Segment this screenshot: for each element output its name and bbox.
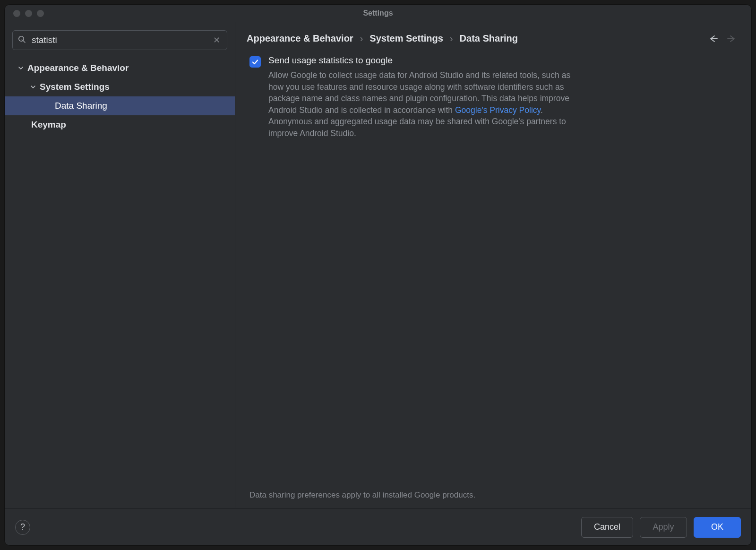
- tree-node-system-settings[interactable]: System Settings: [5, 77, 235, 96]
- ok-button[interactable]: OK: [694, 517, 741, 538]
- option-label[interactable]: Send usage statistics to google: [268, 55, 580, 66]
- nav-buttons: [708, 34, 740, 43]
- chevron-down-icon: [17, 65, 25, 71]
- apply-button: Apply: [640, 517, 687, 538]
- help-button[interactable]: ?: [15, 520, 30, 535]
- window-title: Settings: [5, 9, 751, 17]
- main-panel: Appearance & Behavior › System Settings …: [235, 22, 751, 508]
- tree-label: Appearance & Behavior: [27, 63, 129, 73]
- breadcrumb-item[interactable]: Appearance & Behavior: [247, 33, 353, 44]
- search-container: ✕: [5, 30, 235, 56]
- breadcrumb-separator: ›: [360, 33, 363, 44]
- minimize-window-button[interactable]: [25, 10, 32, 17]
- sidebar: ✕ Appearance & Behavior System Settings: [5, 22, 235, 508]
- option-send-statistics: Send usage statistics to google Allow Go…: [249, 55, 737, 139]
- search-input[interactable]: [32, 35, 207, 45]
- send-statistics-checkbox[interactable]: [249, 56, 261, 68]
- tree-node-appearance-behavior[interactable]: Appearance & Behavior: [5, 59, 235, 77]
- tree-label: System Settings: [40, 82, 110, 92]
- window-controls: [5, 10, 44, 17]
- breadcrumb: Appearance & Behavior › System Settings …: [247, 33, 702, 44]
- back-button[interactable]: [708, 34, 718, 43]
- option-body: Send usage statistics to google Allow Go…: [268, 55, 580, 139]
- content-area: Send usage statistics to google Allow Go…: [235, 49, 751, 490]
- button-bar: ? Cancel Apply OK: [5, 508, 751, 545]
- settings-window: Settings ✕: [4, 4, 752, 546]
- search-field[interactable]: ✕: [12, 30, 227, 50]
- settings-tree: Appearance & Behavior System Settings Da…: [5, 56, 235, 508]
- privacy-policy-link[interactable]: Google's Privacy Policy: [455, 105, 541, 115]
- close-window-button[interactable]: [13, 10, 20, 17]
- tree-label: Data Sharing: [55, 101, 107, 111]
- chevron-down-icon: [29, 84, 37, 90]
- option-description: Allow Google to collect usage data for A…: [268, 69, 580, 139]
- dialog-body: ✕ Appearance & Behavior System Settings: [5, 22, 751, 508]
- main-header: Appearance & Behavior › System Settings …: [235, 22, 751, 49]
- help-icon: ?: [20, 522, 25, 532]
- forward-button: [727, 34, 737, 43]
- breadcrumb-separator: ›: [450, 33, 453, 44]
- svg-line-1: [23, 41, 25, 43]
- breadcrumb-item-current: Data Sharing: [460, 33, 518, 44]
- cancel-button[interactable]: Cancel: [581, 517, 633, 538]
- breadcrumb-item[interactable]: System Settings: [369, 33, 443, 44]
- footer-note: Data sharing preferences apply to all in…: [235, 490, 751, 508]
- search-icon: [17, 35, 28, 45]
- clear-search-icon[interactable]: ✕: [211, 35, 222, 45]
- tree-node-keymap[interactable]: Keymap: [5, 115, 235, 134]
- titlebar: Settings: [5, 5, 751, 22]
- tree-node-data-sharing[interactable]: Data Sharing: [5, 96, 235, 115]
- maximize-window-button[interactable]: [37, 10, 44, 17]
- tree-label: Keymap: [31, 120, 66, 130]
